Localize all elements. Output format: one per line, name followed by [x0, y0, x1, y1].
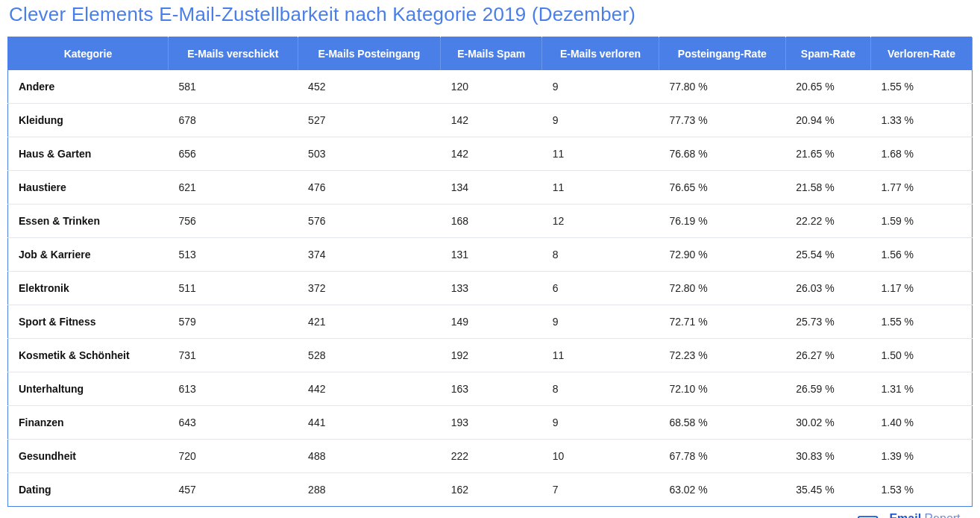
- cell-value: 11: [542, 339, 659, 372]
- cell-value: 77.73 %: [659, 104, 785, 137]
- table-row: Haustiere6214761341176.65 %21.58 %1.77 %: [8, 171, 973, 205]
- cell-value: 756: [168, 205, 298, 238]
- table-row: Finanzen643441193968.58 %30.02 %1.40 %: [8, 406, 973, 440]
- cell-value: 142: [441, 137, 542, 171]
- brand-text: Email Report Deliverability: [889, 513, 964, 518]
- cell-value: 581: [168, 70, 298, 104]
- cell-value: 72.80 %: [659, 272, 785, 305]
- cell-value: 372: [298, 272, 441, 305]
- cell-kategorie: Andere: [8, 70, 169, 104]
- cell-kategorie: Kosmetik & Schönheit: [8, 339, 169, 372]
- cell-value: 9: [542, 305, 659, 339]
- cell-value: 613: [168, 372, 298, 406]
- cell-value: 678: [168, 104, 298, 137]
- cell-value: 1.77 %: [870, 171, 972, 205]
- cell-value: 68.58 %: [659, 406, 785, 440]
- cell-value: 26.27 %: [785, 339, 870, 372]
- cell-kategorie: Essen & Trinken: [8, 205, 169, 238]
- cell-value: 579: [168, 305, 298, 339]
- cell-value: 442: [298, 372, 441, 406]
- cell-value: 30.83 %: [785, 440, 870, 473]
- cell-value: 163: [441, 372, 542, 406]
- cell-kategorie: Finanzen: [8, 406, 169, 440]
- cell-value: 421: [298, 305, 441, 339]
- cell-value: 22.22 %: [785, 205, 870, 238]
- cell-value: 8: [542, 238, 659, 272]
- cell-value: 142: [441, 104, 542, 137]
- cell-value: 133: [441, 272, 542, 305]
- cell-value: 8: [542, 372, 659, 406]
- table-row: Elektronik511372133672.80 %26.03 %1.17 %: [8, 272, 973, 305]
- table-row: Job & Karriere513374131872.90 %25.54 %1.…: [8, 238, 973, 272]
- cell-value: 21.65 %: [785, 137, 870, 171]
- cell-kategorie: Sport & Fitness: [8, 305, 169, 339]
- table-row: Essen & Trinken7565761681276.19 %22.22 %…: [8, 205, 973, 238]
- col-kategorie: Kategorie: [8, 37, 169, 71]
- cell-value: 476: [298, 171, 441, 205]
- cell-value: 193: [441, 406, 542, 440]
- cell-value: 26.03 %: [785, 272, 870, 305]
- cell-value: 168: [441, 205, 542, 238]
- cell-value: 1.68 %: [870, 137, 972, 171]
- cell-value: 67.78 %: [659, 440, 785, 473]
- cell-value: 503: [298, 137, 441, 171]
- cell-value: 288: [298, 473, 441, 507]
- table-row: Unterhaltung613442163872.10 %26.59 %1.31…: [8, 372, 973, 406]
- cell-value: 1.40 %: [870, 406, 972, 440]
- cell-value: 441: [298, 406, 441, 440]
- cell-value: 374: [298, 238, 441, 272]
- cell-value: 1.50 %: [870, 339, 972, 372]
- cell-value: 1.56 %: [870, 238, 972, 272]
- brand-logo: Email Report Deliverability: [858, 513, 964, 518]
- col-emails-verloren: E-Mails verloren: [542, 37, 659, 71]
- cell-value: 1.39 %: [870, 440, 972, 473]
- cell-value: 192: [441, 339, 542, 372]
- col-spam-rate: Spam-Rate: [785, 37, 870, 71]
- cell-value: 1.53 %: [870, 473, 972, 507]
- cell-value: 452: [298, 70, 441, 104]
- col-posteingang-rate: Posteingang-Rate: [659, 37, 785, 71]
- cell-value: 10: [542, 440, 659, 473]
- cell-value: 63.02 %: [659, 473, 785, 507]
- cell-value: 643: [168, 406, 298, 440]
- cell-value: 7: [542, 473, 659, 507]
- cell-value: 1.55 %: [870, 305, 972, 339]
- cell-value: 11: [542, 171, 659, 205]
- cell-value: 131: [441, 238, 542, 272]
- cell-value: 222: [441, 440, 542, 473]
- cell-value: 488: [298, 440, 441, 473]
- table-row: Kosmetik & Schönheit7315281921172.23 %26…: [8, 339, 973, 372]
- deliverability-table: Kategorie E-Mails verschickt E-Mails Pos…: [7, 37, 973, 507]
- cell-value: 76.65 %: [659, 171, 785, 205]
- cell-value: 21.58 %: [785, 171, 870, 205]
- cell-value: 25.54 %: [785, 238, 870, 272]
- cell-value: 35.45 %: [785, 473, 870, 507]
- brand-line1-strong: Email: [889, 512, 921, 518]
- cell-kategorie: Kleidung: [8, 104, 169, 137]
- cell-value: 1.17 %: [870, 272, 972, 305]
- cell-value: 72.23 %: [659, 339, 785, 372]
- cell-value: 20.65 %: [785, 70, 870, 104]
- cell-value: 120: [441, 70, 542, 104]
- cell-value: 576: [298, 205, 441, 238]
- cell-value: 656: [168, 137, 298, 171]
- col-verloren-rate: Verloren-Rate: [870, 37, 972, 71]
- table-row: Gesundheit7204882221067.78 %30.83 %1.39 …: [8, 440, 973, 473]
- cell-value: 134: [441, 171, 542, 205]
- cell-value: 1.55 %: [870, 70, 972, 104]
- cell-kategorie: Job & Karriere: [8, 238, 169, 272]
- cell-value: 9: [542, 104, 659, 137]
- cell-value: 20.94 %: [785, 104, 870, 137]
- cell-value: 25.73 %: [785, 305, 870, 339]
- cell-value: 9: [542, 406, 659, 440]
- cell-value: 528: [298, 339, 441, 372]
- col-emails-verschickt: E-Mails verschickt: [168, 37, 298, 71]
- table-header-row: Kategorie E-Mails verschickt E-Mails Pos…: [8, 37, 973, 71]
- cell-value: 72.10 %: [659, 372, 785, 406]
- cell-kategorie: Gesundheit: [8, 440, 169, 473]
- cell-value: 26.59 %: [785, 372, 870, 406]
- page-title: Clever Elements E-Mail-Zustellbarkeit na…: [9, 3, 973, 26]
- table-row: Haus & Garten6565031421176.68 %21.65 %1.…: [8, 137, 973, 171]
- cell-value: 621: [168, 171, 298, 205]
- cell-value: 527: [298, 104, 441, 137]
